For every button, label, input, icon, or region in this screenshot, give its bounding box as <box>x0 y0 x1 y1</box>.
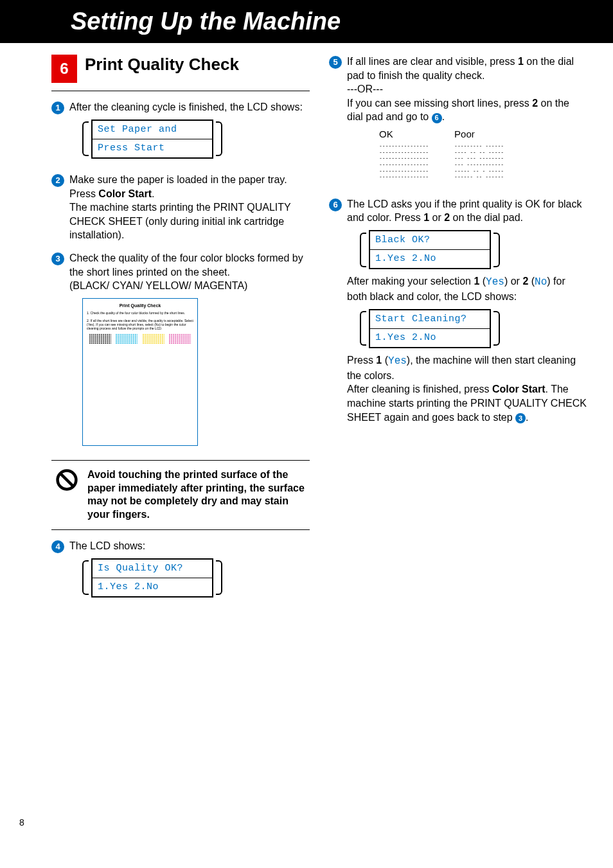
qs-block-yellow <box>143 334 164 348</box>
s6-p2b: 1 <box>474 276 479 287</box>
qs-block-magenta <box>169 334 191 348</box>
s5-p2b: 2 <box>532 98 538 109</box>
warning-box: Avoid touching the printed surface of th… <box>51 460 310 530</box>
s6-p1b: 1 <box>423 212 429 223</box>
lcd6a-line2: 1.Yes 2.No <box>370 249 490 268</box>
step-6: 6 The LCD asks you if the print quality … <box>329 197 587 424</box>
step3-text1: Check the quality of the four color bloc… <box>69 251 310 279</box>
s6-p3c: ( <box>382 355 388 366</box>
lcd-display-6b: Start Cleaning? 1.Yes 2.No <box>360 309 587 349</box>
s6-p1d: 2 <box>444 212 450 223</box>
lcd4-line2: 1.Yes 2.No <box>93 578 212 596</box>
step-4: 4 The LCD shows: Is Quality OK? 1.Yes 2.… <box>51 539 310 603</box>
s6-p3b: 1 <box>376 355 382 366</box>
lcd6a-line1: Black OK? <box>370 231 490 249</box>
poor-label: Poor <box>454 128 504 141</box>
poor-pattern: --------- ------ ---- -- -- ----- --- --… <box>454 143 504 181</box>
step-badge-2: 2 <box>51 174 64 187</box>
step2-text1: Make sure the paper is loaded in the pap… <box>69 173 310 187</box>
section-rule <box>51 91 310 91</box>
ref-badge-6: 6 <box>432 113 442 123</box>
s5-p2a: If you can see missing short lines, pres… <box>347 98 532 109</box>
s6-p4d: . <box>526 412 528 423</box>
s6-p1e: on the dial pad. <box>450 212 523 223</box>
step-badge-3: 3 <box>51 252 64 265</box>
lcd1-line2: Press Start <box>93 139 212 157</box>
s6-p4a: After cleaning is finished, press <box>347 384 492 394</box>
s6-p2f: ( <box>528 276 535 287</box>
page-title: Setting Up the Machine <box>71 8 587 35</box>
s6-p2a: After making your selection <box>347 276 474 287</box>
s5-p2d: . <box>442 111 445 122</box>
s6-yes1: Yes <box>486 276 504 288</box>
s6-p1c: or <box>429 212 444 223</box>
left-column: 6 Print Quality Check 1 After the cleani… <box>51 55 310 612</box>
step2-text3: The machine starts printing the PRINT QU… <box>69 200 310 242</box>
svg-line-1 <box>60 474 73 486</box>
page-number: 8 <box>19 817 613 828</box>
step-badge-1: 1 <box>51 102 64 114</box>
ok-pattern: ---------------- ---------------- ------… <box>379 143 429 181</box>
step3-text2: (BLACK/ CYAN/ YELLOW/ MAGENTA) <box>69 279 310 293</box>
quality-check-sheet: Print Quality Check 1. Check the quality… <box>82 298 198 446</box>
step-badge-6: 6 <box>329 199 342 211</box>
lcd-display-4: Is Quality OK? 1.Yes 2.No <box>82 558 310 598</box>
s5-or: ---OR--- <box>347 82 587 96</box>
step2-text2c: . <box>152 188 154 199</box>
s6-p2d: ) or <box>504 276 522 287</box>
qs-block-black <box>89 334 111 348</box>
step-badge-4: 4 <box>51 540 64 553</box>
lcd-display-1: Set Paper and Press Start <box>82 120 310 159</box>
step1-text: After the cleaning cycle is finished, th… <box>69 102 303 112</box>
qs-bullet1: 1. Check the quality of the four color b… <box>87 311 193 315</box>
ref-badge-3: 3 <box>515 413 526 423</box>
warning-text: Avoid touching the printed surface of th… <box>87 468 306 522</box>
step2-colorstart: Color Start <box>98 188 152 199</box>
section-number-box: 6 <box>51 55 77 83</box>
qs-block-cyan <box>116 334 138 348</box>
step-badge-5: 5 <box>329 56 342 69</box>
s6-p4b: Color Start <box>492 384 546 394</box>
header-band: Setting Up the Machine <box>0 0 613 43</box>
s6-p3a: Press <box>347 355 376 366</box>
s6-p2c: ( <box>479 276 486 287</box>
qs-bullet2: 2. If all the short lines are clear and … <box>87 319 193 330</box>
step-3: 3 Check the quality of the four color bl… <box>51 251 310 451</box>
s6-yes2: Yes <box>388 355 407 367</box>
s5-p1a: If all lines are clear and visible, pres… <box>347 56 518 67</box>
step-5: 5 If all lines are clear and visible, pr… <box>329 55 587 188</box>
s6-p2e: 2 <box>522 276 528 287</box>
lcd6b-line2: 1.Yes 2.No <box>370 328 490 347</box>
lcd4-line1: Is Quality OK? <box>93 560 212 578</box>
s5-p1b: 1 <box>518 56 524 67</box>
section-title: Print Quality Check <box>85 55 239 75</box>
step4-text: The LCD shows: <box>69 540 145 551</box>
step2-text2a: Press <box>69 188 98 199</box>
prohibit-icon <box>55 468 78 492</box>
right-column: 5 If all lines are clear and visible, pr… <box>329 55 587 612</box>
lcd1-line1: Set Paper and <box>93 121 212 139</box>
step-2: 2 Make sure the paper is loaded in the p… <box>51 173 310 242</box>
lcd-display-6a: Black OK? 1.Yes 2.No <box>360 230 587 270</box>
ok-label: OK <box>379 128 429 141</box>
step-1: 1 After the cleaning cycle is finished, … <box>51 100 310 164</box>
lcd6b-line1: Start Cleaning? <box>370 310 490 328</box>
qs-title: Print Quality Check <box>87 303 193 308</box>
s6-no1: No <box>535 276 547 288</box>
